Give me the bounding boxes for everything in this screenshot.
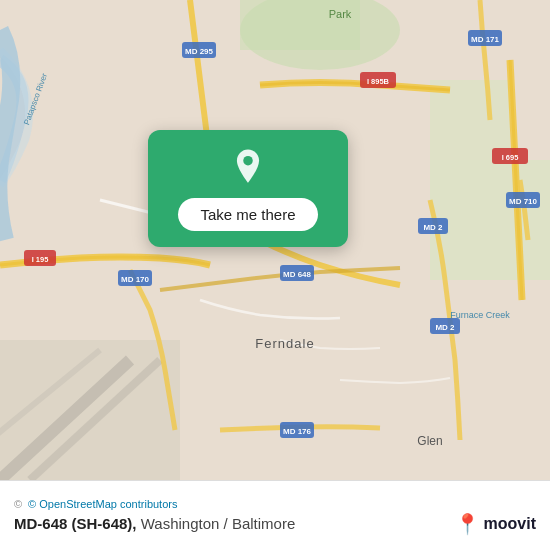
svg-text:Furnace Creek: Furnace Creek	[450, 310, 510, 320]
moovit-brand-name: moovit	[484, 515, 536, 533]
moovit-pin-icon: 📍	[455, 512, 480, 536]
svg-text:MD 176: MD 176	[283, 427, 312, 436]
route-region: Washington / Baltimore	[141, 515, 296, 532]
svg-text:Park: Park	[329, 8, 352, 20]
bottom-bar: © © OpenStreetMap contributors MD-648 (S…	[0, 480, 550, 550]
svg-text:MD 170: MD 170	[121, 275, 150, 284]
svg-text:MD 171: MD 171	[471, 35, 500, 44]
svg-text:MD 710: MD 710	[509, 197, 538, 206]
svg-point-36	[243, 156, 253, 166]
location-pin-icon	[229, 148, 267, 186]
osm-link[interactable]: © OpenStreetMap contributors	[28, 498, 177, 510]
take-me-there-button[interactable]: Take me there	[178, 198, 317, 231]
svg-text:I 195: I 195	[32, 255, 49, 264]
popup-card: Take me there	[148, 130, 348, 247]
svg-text:Glen: Glen	[417, 434, 442, 448]
bottom-title-row: MD-648 (SH-648), Washington / Baltimore …	[14, 512, 536, 536]
route-title: MD-648 (SH-648), Washington / Baltimore	[14, 515, 295, 532]
route-name: MD-648 (SH-648),	[14, 515, 137, 532]
svg-text:MD 648: MD 648	[283, 270, 312, 279]
moovit-logo: 📍 moovit	[455, 512, 536, 536]
svg-text:MD 2: MD 2	[423, 223, 443, 232]
copyright-symbol: ©	[14, 498, 22, 510]
map-container: MD 295 I 895B MD 171 I 695 MD 2 MD 2 MD …	[0, 0, 550, 480]
svg-text:I 895B: I 895B	[367, 77, 390, 86]
svg-text:MD 295: MD 295	[185, 47, 214, 56]
svg-text:I 695: I 695	[502, 153, 519, 162]
svg-rect-3	[430, 160, 550, 280]
svg-text:MD 2: MD 2	[435, 323, 455, 332]
osm-attribution: © © OpenStreetMap contributors	[14, 498, 536, 510]
svg-text:Ferndale: Ferndale	[255, 336, 314, 351]
